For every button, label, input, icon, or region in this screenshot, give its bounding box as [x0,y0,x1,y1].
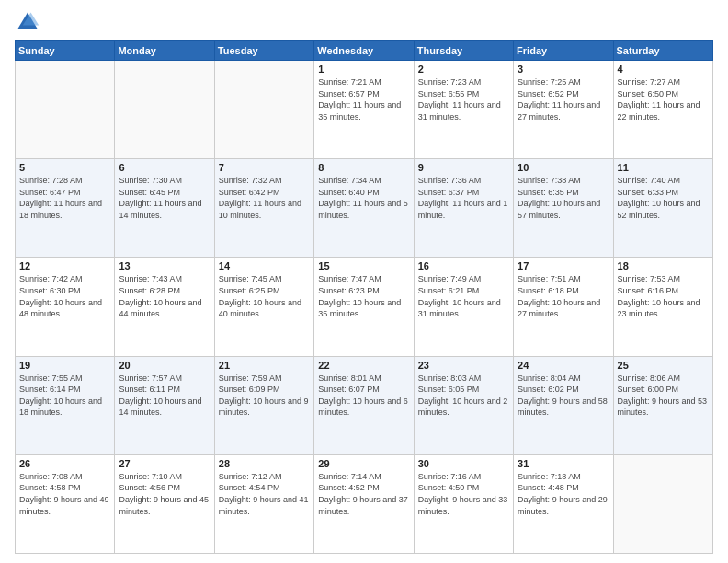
day-number: 7 [219,162,310,173]
day-info: Sunrise: 7:34 AMSunset: 6:40 PMDaylight:… [318,175,409,221]
col-header-friday: Friday [514,41,613,61]
col-header-saturday: Saturday [613,41,712,61]
calendar-cell: 26Sunrise: 7:08 AMSunset: 4:58 PMDayligh… [16,454,115,553]
day-info: Sunrise: 7:42 AMSunset: 6:30 PMDaylight:… [19,273,110,319]
calendar-cell [613,454,712,553]
calendar-cell: 17Sunrise: 7:51 AMSunset: 6:18 PMDayligh… [514,258,613,356]
day-number: 22 [318,360,409,371]
calendar-week-4: 26Sunrise: 7:08 AMSunset: 4:58 PMDayligh… [16,454,713,553]
day-number: 19 [19,360,110,371]
day-info: Sunrise: 7:38 AMSunset: 6:35 PMDaylight:… [518,175,609,221]
day-number: 29 [318,458,409,469]
day-info: Sunrise: 7:47 AMSunset: 6:23 PMDaylight:… [318,273,409,319]
calendar-cell [115,61,214,159]
day-info: Sunrise: 7:16 AMSunset: 4:50 PMDaylight:… [418,471,509,517]
day-number: 24 [518,360,609,371]
calendar-cell: 22Sunrise: 8:01 AMSunset: 6:07 PMDayligh… [314,356,414,454]
calendar-cell: 16Sunrise: 7:49 AMSunset: 6:21 PMDayligh… [414,258,513,356]
day-number: 18 [618,260,709,271]
day-number: 3 [518,63,609,75]
day-info: Sunrise: 7:49 AMSunset: 6:21 PMDaylight:… [418,273,509,319]
day-info: Sunrise: 8:04 AMSunset: 6:02 PMDaylight:… [518,373,609,419]
day-number: 25 [618,360,709,371]
calendar-cell: 27Sunrise: 7:10 AMSunset: 4:56 PMDayligh… [115,454,214,553]
calendar-week-2: 12Sunrise: 7:42 AMSunset: 6:30 PMDayligh… [16,258,713,356]
day-number: 14 [219,260,310,271]
header [15,9,713,35]
day-number: 11 [618,162,709,173]
day-info: Sunrise: 7:10 AMSunset: 4:56 PMDaylight:… [119,471,210,517]
calendar-cell: 18Sunrise: 7:53 AMSunset: 6:16 PMDayligh… [613,258,712,356]
day-info: Sunrise: 7:23 AMSunset: 6:55 PMDaylight:… [418,76,509,122]
day-info: Sunrise: 7:14 AMSunset: 4:52 PMDaylight:… [318,471,409,517]
calendar-cell: 12Sunrise: 7:42 AMSunset: 6:30 PMDayligh… [16,258,115,356]
calendar-cell: 6Sunrise: 7:30 AMSunset: 6:45 PMDaylight… [115,159,214,258]
day-number: 5 [19,162,110,173]
day-number: 21 [219,360,310,371]
calendar-cell: 28Sunrise: 7:12 AMSunset: 4:54 PMDayligh… [214,454,313,553]
calendar-cell: 11Sunrise: 7:40 AMSunset: 6:33 PMDayligh… [613,159,712,258]
day-info: Sunrise: 7:59 AMSunset: 6:09 PMDaylight:… [219,373,310,419]
day-number: 8 [318,162,409,173]
calendar-week-3: 19Sunrise: 7:55 AMSunset: 6:14 PMDayligh… [16,356,713,454]
day-number: 23 [418,360,509,371]
day-number: 16 [418,260,509,271]
day-info: Sunrise: 7:36 AMSunset: 6:37 PMDaylight:… [418,175,509,221]
day-info: Sunrise: 8:06 AMSunset: 6:00 PMDaylight:… [618,373,709,419]
col-header-wednesday: Wednesday [314,41,414,61]
day-number: 27 [119,458,210,469]
day-info: Sunrise: 7:55 AMSunset: 6:14 PMDaylight:… [19,373,110,419]
day-number: 1 [318,63,409,75]
calendar-cell: 29Sunrise: 7:14 AMSunset: 4:52 PMDayligh… [314,454,414,553]
day-info: Sunrise: 7:28 AMSunset: 6:47 PMDaylight:… [19,175,110,221]
logo-icon [15,9,40,35]
day-info: Sunrise: 7:53 AMSunset: 6:16 PMDaylight:… [618,273,709,319]
day-info: Sunrise: 7:25 AMSunset: 6:52 PMDaylight:… [518,76,609,122]
calendar-cell: 3Sunrise: 7:25 AMSunset: 6:52 PMDaylight… [514,61,613,159]
calendar-cell: 4Sunrise: 7:27 AMSunset: 6:50 PMDaylight… [613,61,712,159]
day-number: 31 [518,458,609,469]
calendar-cell [16,61,115,159]
calendar-cell: 23Sunrise: 8:03 AMSunset: 6:05 PMDayligh… [414,356,513,454]
calendar-cell [214,61,313,159]
day-number: 30 [418,458,509,469]
calendar-cell: 15Sunrise: 7:47 AMSunset: 6:23 PMDayligh… [314,258,414,356]
col-header-sunday: Sunday [16,41,115,61]
calendar-cell: 1Sunrise: 7:21 AMSunset: 6:57 PMDaylight… [314,61,414,159]
calendar-cell: 21Sunrise: 7:59 AMSunset: 6:09 PMDayligh… [214,356,313,454]
page: SundayMondayTuesdayWednesdayThursdayFrid… [0,0,728,563]
day-info: Sunrise: 7:45 AMSunset: 6:25 PMDaylight:… [219,273,310,319]
day-info: Sunrise: 7:43 AMSunset: 6:28 PMDaylight:… [119,273,210,319]
day-info: Sunrise: 7:08 AMSunset: 4:58 PMDaylight:… [19,471,110,517]
calendar-week-1: 5Sunrise: 7:28 AMSunset: 6:47 PMDaylight… [16,159,713,258]
day-info: Sunrise: 7:27 AMSunset: 6:50 PMDaylight:… [618,76,709,122]
calendar-cell: 25Sunrise: 8:06 AMSunset: 6:00 PMDayligh… [613,356,712,454]
day-info: Sunrise: 7:12 AMSunset: 4:54 PMDaylight:… [219,471,310,517]
day-info: Sunrise: 7:57 AMSunset: 6:11 PMDaylight:… [119,373,210,419]
calendar-cell: 31Sunrise: 7:18 AMSunset: 4:48 PMDayligh… [514,454,613,553]
calendar-cell: 10Sunrise: 7:38 AMSunset: 6:35 PMDayligh… [514,159,613,258]
calendar-cell: 24Sunrise: 8:04 AMSunset: 6:02 PMDayligh… [514,356,613,454]
day-number: 26 [19,458,110,469]
day-number: 9 [418,162,509,173]
day-info: Sunrise: 7:40 AMSunset: 6:33 PMDaylight:… [618,175,709,221]
calendar-cell: 14Sunrise: 7:45 AMSunset: 6:25 PMDayligh… [214,258,313,356]
day-number: 15 [318,260,409,271]
day-number: 10 [518,162,609,173]
col-header-monday: Monday [115,41,214,61]
day-info: Sunrise: 7:32 AMSunset: 6:42 PMDaylight:… [219,175,310,221]
day-info: Sunrise: 7:30 AMSunset: 6:45 PMDaylight:… [119,175,210,221]
calendar-week-0: 1Sunrise: 7:21 AMSunset: 6:57 PMDaylight… [16,61,713,159]
col-header-tuesday: Tuesday [214,41,313,61]
day-number: 28 [219,458,310,469]
calendar-cell: 19Sunrise: 7:55 AMSunset: 6:14 PMDayligh… [16,356,115,454]
day-info: Sunrise: 8:03 AMSunset: 6:05 PMDaylight:… [418,373,509,419]
day-number: 2 [418,63,509,75]
calendar-header-row: SundayMondayTuesdayWednesdayThursdayFrid… [16,41,713,61]
calendar-cell: 2Sunrise: 7:23 AMSunset: 6:55 PMDaylight… [414,61,513,159]
day-info: Sunrise: 7:21 AMSunset: 6:57 PMDaylight:… [318,76,409,122]
calendar-cell: 7Sunrise: 7:32 AMSunset: 6:42 PMDaylight… [214,159,313,258]
day-info: Sunrise: 7:51 AMSunset: 6:18 PMDaylight:… [518,273,609,319]
day-number: 4 [618,63,709,75]
calendar-table: SundayMondayTuesdayWednesdayThursdayFrid… [15,40,713,554]
